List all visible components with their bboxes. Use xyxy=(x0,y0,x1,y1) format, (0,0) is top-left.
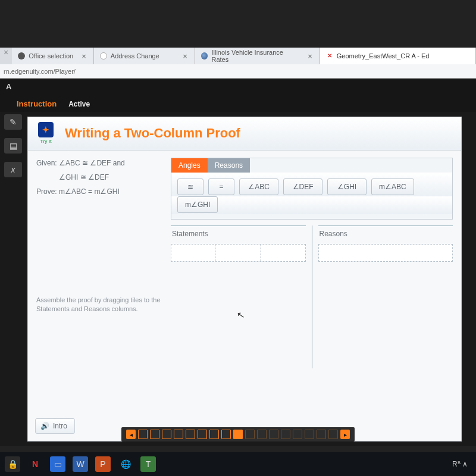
intro-label: Intro xyxy=(53,422,67,430)
next-button[interactable]: ▸ xyxy=(340,430,350,439)
progress-cell[interactable] xyxy=(186,430,195,439)
nav-active[interactable]: Active xyxy=(68,100,90,112)
tab-reasons[interactable]: Reasons xyxy=(208,158,250,173)
tryit-label: Try It xyxy=(40,139,51,144)
prove-text: Prove: m∠ABC = m∠GHI xyxy=(36,186,161,197)
tab-label: Office selection xyxy=(29,52,73,60)
variable-icon[interactable] xyxy=(4,162,22,177)
taskbar-icon[interactable]: ▭ xyxy=(50,456,65,472)
tab-label: Address Change xyxy=(111,52,159,60)
taskbar-icon[interactable]: 🔒 xyxy=(5,456,20,472)
favicon-icon xyxy=(18,52,25,60)
progress-cell[interactable] xyxy=(209,430,219,439)
windows-taskbar: 🔒 N ▭ W P 🌐 T Rᴿ ∧ xyxy=(0,452,476,476)
tryit-icon: ✦ xyxy=(38,122,54,137)
progress-cell[interactable] xyxy=(162,430,171,439)
tile-equals[interactable]: = xyxy=(208,178,234,195)
url-text: rn.edgenuity.com/Player/ xyxy=(4,68,76,75)
statements-header: Statements xyxy=(171,227,306,240)
card-title: Writing a Two-Column Proof xyxy=(65,126,240,141)
browser-tabs: × Office selection × Address Change × Il… xyxy=(0,48,476,64)
system-tray[interactable]: Rᴿ ∧ xyxy=(452,460,471,468)
progress-cell[interactable] xyxy=(257,430,267,439)
tab-label: Illinois Vehicle Insurance Rates xyxy=(211,49,299,63)
progress-cell[interactable] xyxy=(305,430,314,439)
tab-insurance[interactable]: Illinois Vehicle Insurance Rates × xyxy=(195,48,320,64)
progress-cell[interactable] xyxy=(221,430,231,439)
intro-button[interactable]: Intro xyxy=(35,418,75,434)
favicon-icon xyxy=(100,52,107,60)
proof-table: Statements Reasons xyxy=(171,226,453,368)
progress-cell[interactable] xyxy=(174,430,183,439)
tab-label: Geometry_EastWest_CR A - Ed xyxy=(337,52,430,60)
pencil-icon[interactable] xyxy=(4,114,22,130)
tab-angles[interactable]: Angles xyxy=(171,158,208,173)
app-letter: A xyxy=(6,82,11,91)
progress-cell[interactable] xyxy=(245,430,255,439)
given-text-2: GHI DEF xyxy=(36,172,161,183)
column-divider xyxy=(312,226,312,368)
address-bar[interactable]: rn.edgenuity.com/Player/ xyxy=(0,64,476,79)
prev-button[interactable]: ◂ xyxy=(126,430,136,439)
given-text: Given: ABC DEF and xyxy=(36,158,161,168)
taskbar-icon[interactable]: 🌐 xyxy=(118,456,133,472)
tile-palette: Angles Reasons ≅ = ∠ABC ∠DEF ∠GHI m∠ABC … xyxy=(171,158,453,220)
tile-angle-ghi[interactable]: ∠GHI xyxy=(327,178,367,195)
tab-close-icon[interactable]: × xyxy=(306,52,314,61)
tile-mangle-abc[interactable]: m∠ABC xyxy=(371,178,414,195)
tab-address[interactable]: Address Change × xyxy=(94,48,195,64)
progress-cell[interactable] xyxy=(269,430,278,439)
progress-cell-current[interactable] xyxy=(233,430,243,439)
reasons-dropzone[interactable] xyxy=(318,244,453,262)
lesson-progress: ◂ ▸ xyxy=(121,427,355,441)
progress-cell[interactable] xyxy=(281,430,290,439)
close-icon[interactable]: × xyxy=(0,48,12,64)
calculator-icon[interactable] xyxy=(4,138,22,154)
progress-cell[interactable] xyxy=(317,430,326,439)
taskbar-icon[interactable]: P xyxy=(95,456,111,472)
lesson-card: ✦ Try It Writing a Two-Column Proof Give… xyxy=(27,117,462,441)
progress-cell[interactable] xyxy=(150,430,159,439)
favicon-icon xyxy=(201,52,208,60)
tile-congruent[interactable]: ≅ xyxy=(177,178,203,195)
progress-cell[interactable] xyxy=(198,430,207,439)
instructions-text: Assemble the proof by dragging tiles to … xyxy=(36,296,161,314)
favicon-icon: ✕ xyxy=(326,52,333,60)
reasons-header: Reasons xyxy=(318,227,453,240)
tab-geometry[interactable]: ✕ Geometry_EastWest_CR A - Ed xyxy=(320,48,476,64)
tile-angle-def[interactable]: ∠DEF xyxy=(283,178,322,195)
taskbar-icon[interactable]: N xyxy=(27,456,43,472)
progress-cell[interactable] xyxy=(138,430,148,439)
progress-cell[interactable] xyxy=(293,430,302,439)
taskbar-icon[interactable]: T xyxy=(140,456,156,472)
tile-angle-abc[interactable]: ∠ABC xyxy=(239,178,278,195)
tab-close-icon[interactable]: × xyxy=(80,52,87,61)
tool-rail xyxy=(1,108,25,177)
tile-mangle-ghi[interactable]: m∠GHI xyxy=(177,196,218,213)
speaker-icon xyxy=(40,422,49,430)
tab-office[interactable]: Office selection × xyxy=(12,48,94,64)
progress-cell[interactable] xyxy=(328,430,338,439)
taskbar-icon[interactable]: W xyxy=(73,456,88,472)
statements-dropzone[interactable] xyxy=(171,244,306,262)
tab-close-icon[interactable]: × xyxy=(181,52,189,61)
